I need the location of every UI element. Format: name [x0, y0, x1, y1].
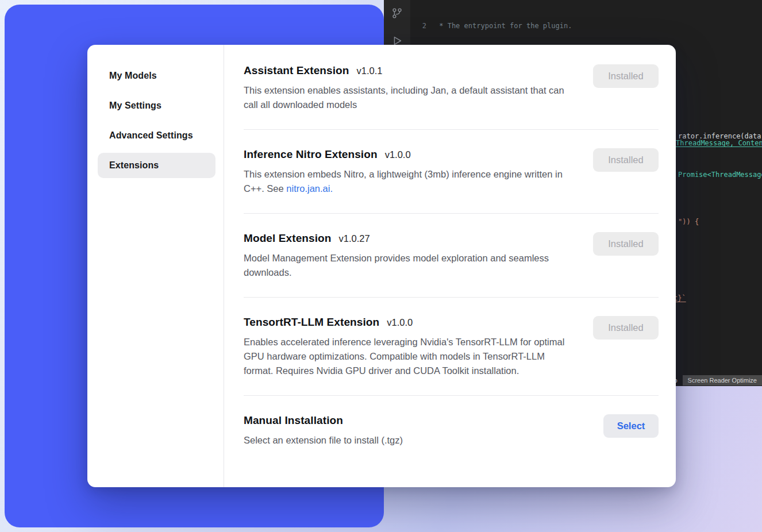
- extension-info: Manual Installation Select an extension …: [244, 414, 403, 448]
- extension-row-model: Model Extension v1.0.27 Model Management…: [244, 214, 659, 298]
- extension-title-row: Model Extension v1.0.27: [244, 232, 576, 245]
- extension-version: v1.0.0: [387, 317, 413, 328]
- settings-sidebar: My Models My Settings Advanced Settings …: [87, 45, 224, 487]
- sidebar-item-my-models[interactable]: My Models: [98, 63, 215, 88]
- extension-info: Assistant Extension v1.0.1 This extensio…: [244, 64, 576, 112]
- extension-version: v1.0.27: [338, 233, 370, 244]
- screen-reader-chip[interactable]: Screen Reader Optimize: [683, 375, 762, 385]
- select-file-button[interactable]: Select: [603, 414, 659, 438]
- extension-description: Model Management Extension provides mode…: [244, 251, 576, 280]
- line-number: 2: [410, 21, 426, 31]
- extension-description: Enables accelerated inference leveraging…: [244, 335, 576, 378]
- editor-status-bar: go Screen Reader Optimize: [664, 374, 762, 386]
- extension-title: Assistant Extension: [244, 64, 349, 77]
- code-fragment: rator.inference(data));: [678, 132, 762, 140]
- extension-title-row: Inference Nitro Extension v1.0.0: [244, 148, 576, 161]
- manual-installation-title: Manual Installation: [244, 414, 343, 427]
- manual-installation-row: Manual Installation Select an extension …: [244, 396, 659, 465]
- installed-button[interactable]: Installed: [593, 148, 659, 172]
- extension-info: TensortRT-LLM Extension v1.0.0 Enables a…: [244, 316, 576, 378]
- extension-title-row: Assistant Extension v1.0.1: [244, 64, 576, 77]
- extension-row-inference-nitro: Inference Nitro Extension v1.0.0 This ex…: [244, 130, 659, 214]
- sidebar-item-advanced-settings[interactable]: Advanced Settings: [98, 123, 215, 148]
- code-text: * The entrypoint for the plugin.: [435, 21, 572, 31]
- extension-title: TensortRT-LLM Extension: [244, 316, 379, 329]
- extension-row-tensorrt-llm: TensortRT-LLM Extension v1.0.0 Enables a…: [244, 298, 659, 396]
- extension-version: v1.0.0: [385, 149, 411, 160]
- extension-title: Model Extension: [244, 232, 331, 245]
- extension-row-assistant: Assistant Extension v1.0.1 This extensio…: [244, 64, 659, 130]
- manual-installation-description: Select an extension file to install (.tg…: [244, 433, 403, 448]
- settings-modal: My Models My Settings Advanced Settings …: [87, 45, 676, 487]
- code-fragment: ")) {: [678, 218, 699, 226]
- extension-title: Inference Nitro Extension: [244, 148, 378, 161]
- sidebar-item-extensions[interactable]: Extensions: [98, 153, 215, 178]
- extensions-panel: Assistant Extension v1.0.1 This extensio…: [224, 45, 676, 487]
- extension-title-row: Manual Installation: [244, 414, 403, 427]
- code-line: 2 * The entrypoint for the plugin.: [410, 21, 762, 31]
- installed-button[interactable]: Installed: [593, 316, 659, 340]
- extension-info: Inference Nitro Extension v1.0.0 This ex…: [244, 148, 576, 196]
- extension-title-row: TensortRT-LLM Extension v1.0.0: [244, 316, 576, 329]
- installed-button[interactable]: Installed: [593, 64, 659, 88]
- nitro-jan-ai-link[interactable]: nitro.jan.ai.: [286, 183, 333, 194]
- extension-version: v1.0.1: [357, 65, 383, 76]
- extension-info: Model Extension v1.0.27 Model Management…: [244, 232, 576, 280]
- installed-button[interactable]: Installed: [593, 232, 659, 256]
- source-control-icon[interactable]: [391, 7, 403, 20]
- code-fragment: Promise<ThreadMessage>: [678, 171, 762, 179]
- sidebar-item-my-settings[interactable]: My Settings: [98, 93, 215, 118]
- extension-description: This extension embeds Nitro, a lightweig…: [244, 167, 576, 196]
- extension-description: This extension enables assistants, inclu…: [244, 83, 576, 112]
